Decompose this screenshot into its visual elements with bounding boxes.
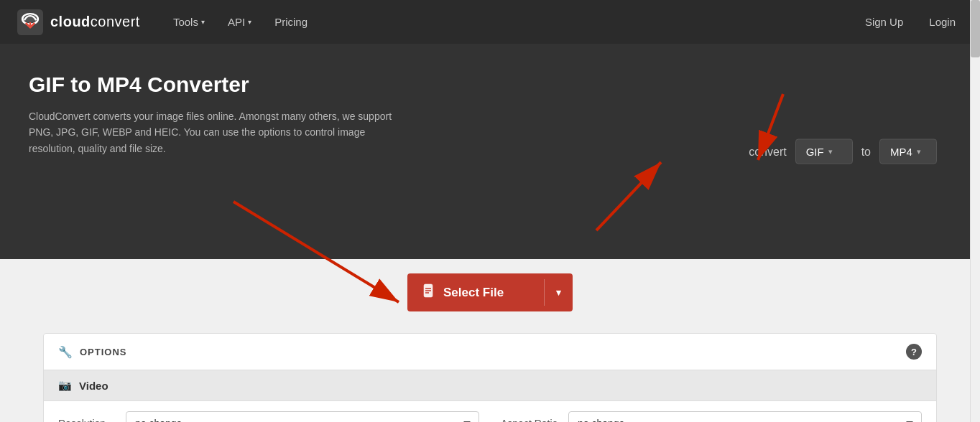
page-title: GIF to MP4 Converter <box>29 72 460 97</box>
scrollbar-track[interactable] <box>970 0 980 422</box>
from-format-select[interactable]: GIF ▾ <box>795 139 853 164</box>
hero-description: CloudConvert converts your image files o… <box>29 108 402 156</box>
aspect-ratio-label: Aspect Ratio <box>501 418 558 422</box>
video-camera-icon: 📷 <box>58 379 72 392</box>
form-row: Resolution no change 1920x1080 1280x720 … <box>44 401 936 422</box>
tools-chevron-icon: ▾ <box>201 18 205 26</box>
select-file-dropdown-arrow[interactable]: ▾ <box>545 273 573 311</box>
hero-content: GIF to MP4 Converter CloudConvert conver… <box>29 72 460 156</box>
signup-button[interactable]: Sign Up <box>858 11 910 32</box>
logo-icon <box>17 9 43 35</box>
to-label: to <box>861 145 871 158</box>
brand[interactable]: cloudconvert <box>17 9 140 35</box>
video-section-header: 📷 Video <box>44 370 936 401</box>
to-format-select[interactable]: MP4 ▾ <box>879 139 937 164</box>
svg-line-4 <box>596 162 661 230</box>
scrollbar-thumb[interactable] <box>971 0 980 57</box>
resolution-label: Resolution <box>58 418 116 422</box>
video-title: Video <box>79 380 108 392</box>
resolution-select[interactable]: no change 1920x1080 1280x720 854x480 640… <box>126 411 479 422</box>
api-chevron-icon: ▾ <box>248 18 251 26</box>
resolution-group: Resolution no change 1920x1080 1280x720 … <box>58 411 479 422</box>
navbar: cloudconvert Tools ▾ API ▾ Pricing Sign … <box>0 0 980 44</box>
aspect-ratio-group: Aspect Ratio no change 16:9 4:3 1:1 9:16 <box>501 411 922 422</box>
action-area: Select File ▾ <box>0 273 980 311</box>
aspect-ratio-select[interactable]: no change 16:9 4:3 1:1 9:16 <box>568 411 922 422</box>
login-button[interactable]: Login <box>922 11 963 32</box>
options-title-row: 🔧 OPTIONS <box>58 345 127 359</box>
options-title: OPTIONS <box>80 347 127 357</box>
to-format-value: MP4 <box>890 146 912 158</box>
hero-section: GIF to MP4 Converter CloudConvert conver… <box>0 44 980 259</box>
select-file-label: Select File <box>443 286 504 300</box>
dropdown-chevron-icon: ▾ <box>556 287 561 298</box>
nav-api[interactable]: API ▾ <box>218 10 262 34</box>
options-section: 🔧 OPTIONS ? 📷 Video Resolution no change… <box>43 333 937 422</box>
file-svg-icon <box>423 283 436 298</box>
brand-name: cloudconvert <box>50 14 140 30</box>
select-file-button[interactable]: Select File ▾ <box>407 273 573 311</box>
nav-tools[interactable]: Tools ▾ <box>163 10 215 34</box>
convert-row: convert GIF ▾ to MP4 ▾ <box>749 139 937 164</box>
nav-pricing[interactable]: Pricing <box>264 10 318 34</box>
select-file-main[interactable]: Select File <box>407 273 544 311</box>
nav-links: Tools ▾ API ▾ Pricing <box>163 10 858 34</box>
nav-right: Sign Up Login <box>858 11 963 32</box>
wrench-icon: 🔧 <box>58 345 73 359</box>
file-icon <box>423 283 436 301</box>
from-format-chevron-icon: ▾ <box>828 147 833 156</box>
convert-label: convert <box>749 145 786 158</box>
options-header: 🔧 OPTIONS ? <box>44 334 936 370</box>
from-format-value: GIF <box>806 146 824 158</box>
help-button[interactable]: ? <box>906 344 922 360</box>
to-format-chevron-icon: ▾ <box>917 147 921 156</box>
